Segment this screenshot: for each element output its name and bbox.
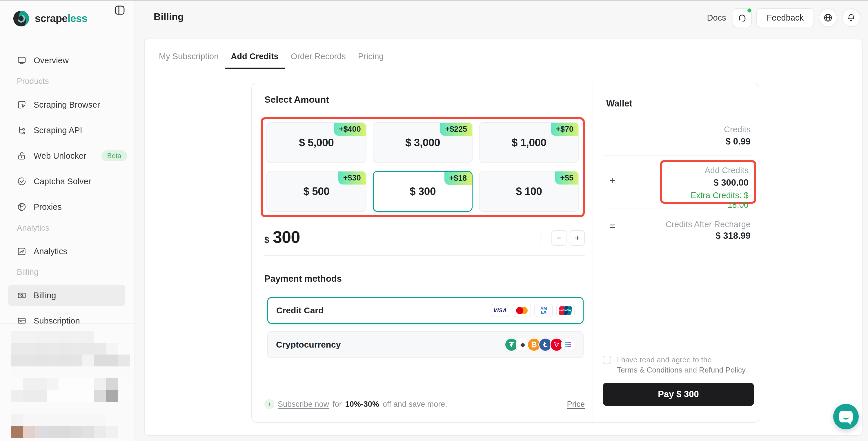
add-credits-label: Add Credits — [668, 166, 749, 175]
mastercard-icon — [513, 304, 531, 317]
sidebar-item-label: Scraping API — [34, 126, 82, 135]
beta-badge: Beta — [101, 150, 127, 161]
check-circle-icon — [17, 176, 27, 186]
credits-value: $ 0.99 — [726, 136, 751, 147]
support-button[interactable] — [733, 8, 752, 27]
credits-after-recharge-value: $ 318.99 — [715, 231, 751, 241]
sidebar-item-web-unlocker[interactable]: Web Unlocker Beta — [0, 143, 134, 169]
feedback-button[interactable]: Feedback — [756, 8, 814, 27]
subscribe-now-link[interactable]: Subscribe now — [278, 400, 329, 409]
bell-icon — [846, 13, 856, 22]
sidebar-item-label: Web Unlocker — [34, 151, 86, 161]
window-edge — [0, 0, 868, 1]
billing-panel: My Subscription Add Credits Order Record… — [144, 38, 863, 436]
sidebar-item-label: Scraping Browser — [34, 100, 100, 110]
annotation-box-amounts: $ 5,000 +$400 $ 3,000 +$225 $ 1,000 +$70 — [260, 117, 585, 217]
globe-icon — [823, 13, 833, 23]
amount-option-300-selected[interactable]: $ 300 +$18 — [373, 171, 473, 212]
card-brand-chips: VISA AMEX UnionPay — [491, 304, 575, 317]
payment-method-cryptocurrency[interactable]: Cryptocurrency ₮ ◆ ₿ Ł — [267, 331, 584, 358]
globe-icon — [17, 202, 27, 212]
sidebar-item-subscription[interactable]: Subscription — [0, 308, 134, 334]
sidebar: scrapeless Overview Products Scraping Br… — [0, 0, 135, 441]
price-link[interactable]: Price — [567, 400, 585, 409]
bonus-badge: +$70 — [551, 123, 578, 136]
api-branch-icon — [17, 125, 27, 135]
bonus-badge: +$225 — [440, 123, 472, 136]
sidebar-item-label: Subscription — [34, 316, 80, 326]
pay-button[interactable]: Pay $ 300 — [603, 383, 754, 406]
docs-link[interactable]: Docs — [707, 13, 726, 23]
blurred-user-info — [11, 331, 130, 438]
add-credits-card: Select Amount $ 5,000 +$400 $ 3,000 +$22… — [251, 83, 759, 423]
promo-row: i Subscribe now for 10%-30% off and save… — [265, 399, 585, 410]
credits-after-recharge-label: Credits After Recharge — [665, 219, 751, 229]
sidebar-section-analytics: Analytics — [17, 224, 49, 233]
plus-operator: + — [610, 175, 615, 186]
notifications-button[interactable] — [842, 8, 861, 27]
tab-pricing[interactable]: Pricing — [358, 52, 384, 69]
equals-operator: = — [610, 220, 615, 232]
language-button[interactable] — [819, 8, 837, 27]
sidebar-bottom-divider — [0, 323, 134, 323]
tab-add-credits[interactable]: Add Credits — [231, 52, 278, 69]
amount-option-5000[interactable]: $ 5,000 +$400 — [267, 122, 367, 163]
sidebar-item-label: Billing — [34, 291, 56, 300]
divider — [265, 255, 585, 256]
amount-option-1000[interactable]: $ 1,000 +$70 — [479, 122, 579, 163]
select-amount-title: Select Amount — [265, 94, 329, 105]
sidebar-item-billing[interactable]: Billing — [0, 283, 134, 308]
sidebar-item-label: Captcha Solver — [34, 177, 91, 186]
tab-order-records[interactable]: Order Records — [291, 52, 346, 69]
sidebar-item-scraping-browser[interactable]: Scraping Browser — [0, 92, 134, 118]
extra-credits-value: Extra Credits: $ 18.00 — [668, 190, 749, 210]
divider — [603, 155, 754, 156]
sidebar-item-overview[interactable]: Overview — [0, 48, 134, 73]
sidebar-item-scraping-api[interactable]: Scraping API — [0, 118, 134, 143]
decrease-amount-button[interactable]: − — [551, 230, 566, 246]
solana-icon — [561, 338, 575, 352]
sidebar-item-label: Proxies — [34, 202, 62, 212]
tab-my-subscription[interactable]: My Subscription — [159, 52, 219, 69]
amount-option-100[interactable]: $ 100 +$5 — [479, 171, 579, 212]
crypto-coin-icons: ₮ ◆ ₿ Ł — [507, 338, 575, 352]
amount-option-500[interactable]: $ 500 +$30 — [267, 171, 367, 212]
payment-method-credit-card[interactable]: Credit Card VISA AMEX UnionPay — [267, 297, 584, 324]
sidebar-collapse-icon[interactable] — [114, 4, 126, 16]
terms-link[interactable]: Terms & Conditions — [617, 365, 682, 374]
headset-icon — [737, 13, 747, 23]
bonus-badge: +$400 — [334, 123, 366, 136]
credits-label: Credits — [724, 125, 751, 134]
bonus-badge: +$18 — [444, 172, 472, 185]
notification-dot — [746, 7, 752, 13]
sidebar-item-proxies[interactable]: Proxies — [0, 194, 134, 219]
amount-input[interactable]: $ 300 — [265, 227, 300, 246]
refund-policy-link[interactable]: Refund Policy — [699, 365, 745, 374]
terms-checkbox[interactable] — [603, 356, 611, 364]
add-credits-value: $ 300.00 — [668, 178, 749, 188]
page-title: Billing — [154, 11, 184, 22]
chat-bubble-icon — [839, 411, 852, 422]
divider — [603, 209, 754, 209]
unlock-icon — [17, 151, 27, 161]
monitor-icon — [17, 55, 27, 65]
credit-card-icon — [17, 316, 27, 326]
brand-logo[interactable]: scrapeless — [12, 9, 126, 28]
sidebar-item-label: Overview — [34, 56, 69, 65]
sidebar-section-billing: Billing — [17, 267, 38, 277]
wallet-title: Wallet — [606, 98, 632, 109]
unionpay-icon: UnionPay — [556, 304, 575, 317]
increase-amount-button[interactable]: + — [570, 230, 585, 246]
wallet-section: Wallet Credits $ 0.99 + Add Credits $ 30… — [593, 83, 760, 422]
chat-widget-button[interactable] — [833, 404, 859, 430]
annotation-box-add-credits: Add Credits $ 300.00 Extra Credits: $ 18… — [660, 160, 756, 204]
info-icon: i — [265, 399, 274, 409]
agreement-text: I have read and agree to the Terms & Con… — [617, 355, 747, 375]
amount-option-3000[interactable]: $ 3,000 +$225 — [373, 122, 473, 163]
amount-grid: $ 5,000 +$400 $ 3,000 +$225 $ 1,000 +$70 — [267, 122, 579, 212]
sidebar-item-captcha-solver[interactable]: Captcha Solver — [0, 169, 134, 194]
brand-name: scrapeless — [35, 12, 87, 25]
browser-cursor-icon — [17, 100, 27, 110]
billing-tabs: My Subscription Add Credits Order Record… — [145, 39, 862, 69]
sidebar-item-analytics[interactable]: Analytics — [0, 238, 134, 264]
